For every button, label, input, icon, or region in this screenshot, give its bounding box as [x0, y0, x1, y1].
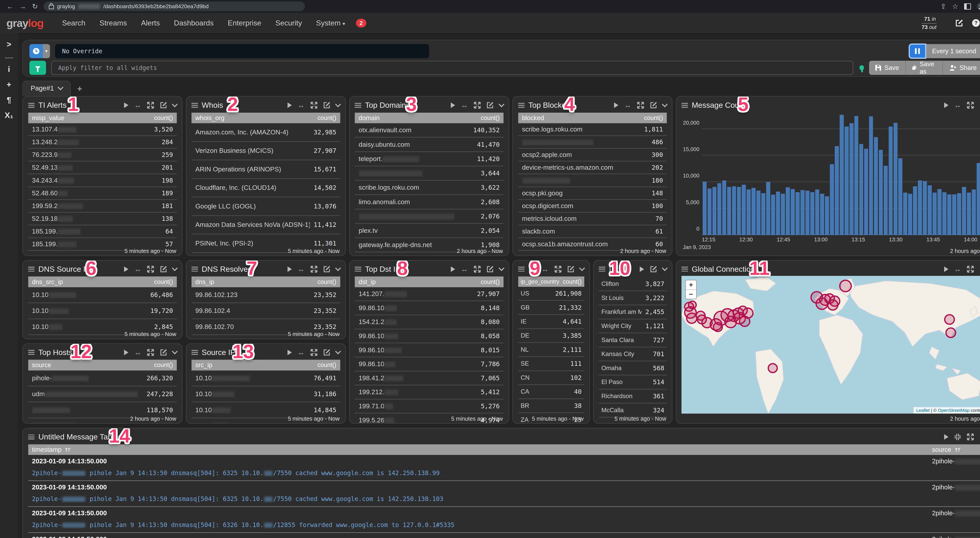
play-icon[interactable] [944, 102, 948, 108]
table-row[interactable]: DE3,385 [518, 329, 584, 343]
chevron-down-icon[interactable] [498, 102, 504, 107]
table-row[interactable]: 76.223.9259 [28, 149, 177, 162]
chevron-down-icon[interactable] [172, 265, 178, 271]
table-row[interactable]: 486 [518, 136, 667, 149]
expand-icon[interactable] [310, 349, 318, 356]
move-horizontal-icon[interactable]: ↔ [954, 102, 961, 109]
drag-handle-icon[interactable] [518, 266, 525, 273]
expand-icon[interactable] [637, 102, 644, 109]
table-row[interactable]: St Louis3,222 [599, 291, 667, 305]
table-row[interactable]: 154.21.28,080 [355, 315, 504, 329]
table-row[interactable]: daisy.ubuntu.com41,470 [355, 138, 504, 152]
table-row[interactable]: otx.alienvault.com140,352 [355, 123, 504, 138]
table-header[interactable]: ip_geo_countrycount() [518, 276, 584, 287]
expand-icon[interactable] [474, 102, 481, 109]
save-button[interactable]: Save [869, 61, 905, 75]
play-icon[interactable] [451, 102, 455, 108]
table-row[interactable]: CN102 [518, 371, 584, 385]
play-icon[interactable] [124, 267, 128, 272]
expand-icon[interactable] [310, 266, 318, 273]
play-icon[interactable] [288, 350, 292, 355]
widget-filter-input[interactable]: Apply filter to all widgets [51, 61, 853, 75]
sidebar-info-icon[interactable]: i [0, 65, 18, 80]
lightbulb-icon[interactable] [859, 65, 864, 70]
table-row[interactable]: Cloudflare, Inc. (CLOUD14)14,502 [191, 179, 340, 197]
move-horizontal-icon[interactable]: ↔ [461, 266, 468, 273]
move-horizontal-icon[interactable]: ↔ [461, 102, 468, 109]
back-icon[interactable]: ← [6, 3, 14, 10]
table-row[interactable]: device-metrics-us.amazon.com202 [518, 162, 667, 174]
map-marker[interactable] [946, 328, 956, 337]
expand-icon[interactable] [147, 266, 154, 273]
edit-dashboard-icon[interactable] [955, 19, 963, 27]
table-row[interactable]: CA40 [518, 385, 584, 399]
sidebar-fields-icon[interactable]: X₁ [0, 111, 18, 126]
map-marker[interactable] [743, 308, 753, 318]
expand-icon[interactable] [310, 102, 318, 109]
zoom-out-button[interactable]: − [686, 289, 696, 299]
nav-dashboards[interactable]: Dashboards [167, 19, 221, 27]
forward-icon[interactable]: → [19, 3, 26, 10]
map-marker[interactable] [829, 296, 840, 306]
table-row[interactable]: 2,076 [355, 209, 504, 224]
table-row[interactable]: 199.212.5,412 [355, 386, 504, 400]
expand-icon[interactable] [147, 102, 154, 109]
edit-icon[interactable] [323, 266, 330, 273]
table-row[interactable]: 10.1031,186 [191, 386, 340, 402]
graylog-logo[interactable]: graylog [6, 17, 43, 29]
map-marker[interactable] [945, 315, 955, 324]
play-icon[interactable] [614, 102, 618, 108]
table-header[interactable]: dns_ipcount() [191, 276, 340, 287]
table-row[interactable]: Santa Clara727 [599, 333, 667, 348]
table-row[interactable]: IE4,641 [518, 315, 584, 329]
table-row[interactable]: 10.1076,491 [191, 370, 340, 386]
nav-enterprise[interactable]: Enterprise [221, 19, 268, 27]
play-icon[interactable] [124, 350, 128, 355]
table-row[interactable]: 10.1066,486 [28, 287, 177, 303]
sort-icon[interactable] [955, 447, 961, 452]
drag-handle-icon[interactable] [28, 266, 35, 273]
table-row[interactable]: plex.tv2,054 [355, 224, 504, 238]
table-row[interactable]: Google LLC (GOGL)13,076 [191, 197, 340, 216]
nav-streams[interactable]: Streams [92, 19, 134, 27]
table-row[interactable]: NL2,111 [518, 343, 584, 357]
expand-icon[interactable] [555, 266, 562, 273]
move-horizontal-icon[interactable]: ↔ [298, 349, 305, 356]
table-row[interactable]: 52.48.60189 [28, 187, 177, 200]
table-row[interactable]: Wright City1,121 [599, 319, 667, 333]
nav-system[interactable]: System▾ [309, 19, 352, 27]
nav-alerts[interactable]: Alerts [134, 19, 167, 27]
table-header[interactable]: whois_orgcount() [191, 113, 340, 123]
table-header[interactable]: domaincount() [355, 113, 504, 123]
drag-handle-icon[interactable] [191, 102, 198, 109]
drag-handle-icon[interactable] [191, 349, 198, 356]
table-row[interactable]: 99.86.108,148 [355, 301, 504, 315]
chevron-down-icon[interactable] [335, 102, 341, 107]
table-row[interactable]: 99.86.102.12323,352 [191, 287, 340, 303]
table-row[interactable]: 141.207.27,907 [355, 287, 504, 302]
table-row[interactable]: Verizon Business (MCICS)27,907 [191, 142, 340, 160]
table-row[interactable]: 13.107.43,520 [28, 123, 177, 136]
table-row[interactable]: 185.199.64 [28, 225, 177, 238]
filter-button[interactable] [29, 61, 46, 75]
leaflet-link[interactable]: Leaflet [916, 408, 930, 413]
help-icon[interactable]: ? [972, 19, 980, 27]
move-horizontal-icon[interactable]: ↔ [134, 349, 141, 356]
compress-icon[interactable] [954, 433, 961, 440]
move-horizontal-icon[interactable]: ↔ [954, 266, 961, 273]
chevron-down-icon[interactable] [662, 102, 668, 107]
move-horizontal-icon[interactable]: ↔ [298, 266, 305, 273]
map-marker[interactable] [840, 280, 851, 292]
expand-icon[interactable] [967, 266, 974, 273]
save-as-button[interactable]: Save as [905, 61, 942, 75]
browser-profile-avatar[interactable] [977, 3, 980, 10]
table-row[interactable]: limo.anomali.com2,608 [355, 195, 504, 209]
table-row[interactable]: scribe.logs.roku.com3,622 [355, 181, 504, 195]
message-row[interactable]: 2023-01-09 14:13:50.0002pihole- pihole J… [28, 507, 980, 533]
play-icon[interactable] [451, 267, 455, 272]
expand-icon[interactable] [474, 266, 481, 273]
table-row[interactable]: ARIN Operations (ARINOPS)15,671 [191, 160, 340, 179]
drag-handle-icon[interactable] [28, 349, 35, 356]
play-icon[interactable] [944, 434, 948, 440]
table-row[interactable]: GB21,332 [518, 301, 584, 315]
